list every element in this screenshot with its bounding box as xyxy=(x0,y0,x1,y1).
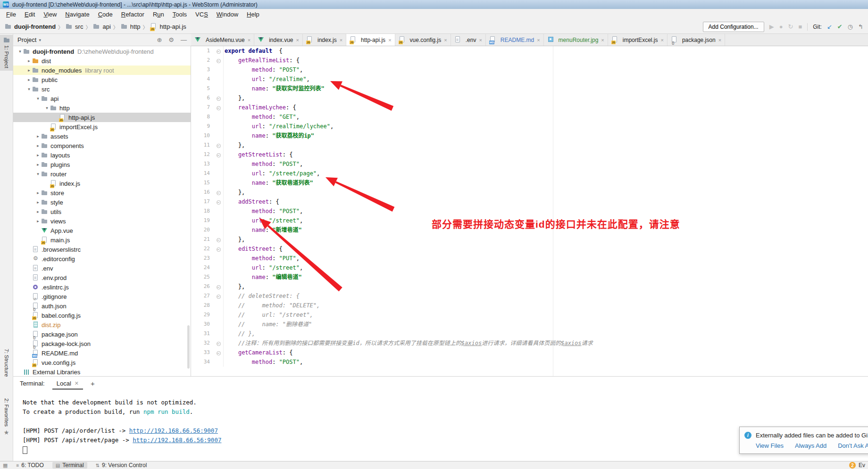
code-editor[interactable]: 1−export default {2− getRealTimeList: {3… xyxy=(191,46,868,376)
fold-marker-icon[interactable]: − xyxy=(217,106,221,110)
chevron-right-icon[interactable]: ▸ xyxy=(35,190,41,195)
breadcrumb-item-duoji-frontend[interactable]: duoji-frontend xyxy=(5,23,56,30)
chevron-down-icon[interactable]: ▾ xyxy=(44,106,50,110)
fold-marker-icon[interactable]: − xyxy=(217,285,221,289)
menu-window[interactable]: Window xyxy=(212,10,242,19)
breadcrumb-item-http-api.js[interactable]: http-api.js xyxy=(150,23,186,30)
tree-item-plugins[interactable]: ▸plugins xyxy=(13,160,191,169)
menu-file[interactable]: File xyxy=(2,10,20,19)
tree-item-App.vue[interactable]: App.vue xyxy=(13,226,191,235)
tree-item-dist[interactable]: ▸dist xyxy=(13,56,191,66)
hide-icon[interactable]: — xyxy=(181,36,187,43)
tree-item-http[interactable]: ▾http xyxy=(13,103,191,113)
chevron-down-icon[interactable]: ▾ xyxy=(35,172,41,176)
menu-code[interactable]: Code xyxy=(94,10,117,19)
tree-item-assets[interactable]: ▸assets xyxy=(13,132,191,141)
fold-marker-icon[interactable]: − xyxy=(217,295,221,299)
chevron-right-icon[interactable]: ▸ xyxy=(35,200,41,205)
close-icon[interactable]: × xyxy=(660,37,663,43)
tab-menuRouter.jpg[interactable]: menuRouter.jpg× xyxy=(544,34,608,46)
menu-edit[interactable]: Edit xyxy=(20,10,39,19)
chevron-right-icon[interactable]: ▸ xyxy=(35,134,41,139)
tree-item-External Libraries[interactable]: External Libraries xyxy=(13,367,191,376)
status-6-todo[interactable]: ≡6: TODO xyxy=(16,462,43,469)
sidebar-item-favorites[interactable]: 2: Favorites ★ xyxy=(0,396,13,438)
tree-item-node_modules[interactable]: ▸node_moduleslibrary root xyxy=(13,66,191,75)
chevron-right-icon[interactable]: ▸ xyxy=(26,58,32,63)
tree-item-index.js[interactable]: index.js xyxy=(13,179,191,188)
git-commit-icon[interactable]: ✔ xyxy=(837,23,843,30)
stop-icon[interactable]: ■ xyxy=(798,23,802,30)
tree-item-babel.config.js[interactable]: babel.config.js xyxy=(13,311,191,320)
tree-item-src[interactable]: ▾src xyxy=(13,84,191,94)
notification-action-always-add[interactable]: Always Add xyxy=(795,442,826,449)
tree-item-.editorconfig[interactable]: .editorconfig xyxy=(13,254,191,263)
breadcrumb-item-src[interactable]: src xyxy=(66,23,83,30)
tree-item-duoji-frontend[interactable]: ▾duoji-frontendD:\zheheWeb\duoji-fronten… xyxy=(13,47,191,56)
tree-item-views[interactable]: ▸views xyxy=(13,216,191,226)
chevron-right-icon[interactable]: ▸ xyxy=(35,209,41,214)
chevron-right-icon[interactable]: ▸ xyxy=(35,162,41,167)
chevron-right-icon[interactable]: ▸ xyxy=(35,219,41,223)
new-terminal-button[interactable]: + xyxy=(91,379,95,387)
add-configuration-button[interactable]: Add Configuration... xyxy=(703,22,764,32)
close-icon[interactable]: × xyxy=(388,37,391,43)
fold-marker-icon[interactable]: − xyxy=(217,191,221,195)
close-icon[interactable]: × xyxy=(296,37,299,43)
tab-importExcel.js[interactable]: importExcel.js× xyxy=(608,34,668,46)
status-terminal[interactable]: ▤Terminal xyxy=(52,462,87,469)
tree-item-README.md[interactable]: README.md xyxy=(13,348,191,358)
tab-http-api.js[interactable]: http-api.js× xyxy=(346,34,395,46)
menu-refactor[interactable]: Refactor xyxy=(117,10,149,19)
close-icon[interactable]: × xyxy=(537,37,540,43)
fold-marker-icon[interactable]: − xyxy=(217,97,221,101)
menu-view[interactable]: View xyxy=(39,10,61,19)
close-icon[interactable]: × xyxy=(479,37,482,43)
menu-navigate[interactable]: Navigate xyxy=(61,10,93,19)
tree-item-store[interactable]: ▸store xyxy=(13,188,191,197)
fold-marker-icon[interactable]: − xyxy=(217,49,221,54)
tree-item-components[interactable]: ▸components xyxy=(13,141,191,150)
fold-marker-icon[interactable]: − xyxy=(217,342,221,346)
tab-index.js[interactable]: index.js× xyxy=(303,34,346,46)
terminal-tab-local[interactable]: Local ✕ xyxy=(52,378,83,390)
tab-index.vue[interactable]: index.vue× xyxy=(254,34,303,46)
tree-item-.eslintrc.js[interactable]: .eslintrc.js xyxy=(13,282,191,292)
tree-item-.env.prod[interactable]: .env.prod xyxy=(13,273,191,282)
git-history-icon[interactable]: ◷ xyxy=(848,23,853,30)
run-icon[interactable]: ▶ xyxy=(769,23,774,30)
tree-item-api[interactable]: ▾api xyxy=(13,94,191,103)
fold-marker-icon[interactable]: − xyxy=(217,144,221,148)
fold-marker-icon[interactable]: − xyxy=(217,200,221,205)
breadcrumb-item-http[interactable]: http xyxy=(121,23,141,30)
tree-item-package.json[interactable]: package.json xyxy=(13,329,191,339)
tree-item-package-lock.json[interactable]: package-lock.json xyxy=(13,339,191,348)
git-revert-icon[interactable]: ↰ xyxy=(858,23,863,30)
project-panel-title[interactable]: Project xyxy=(17,36,36,43)
close-icon[interactable]: ✕ xyxy=(75,380,79,387)
locate-icon[interactable]: ⊕ xyxy=(157,36,162,43)
terminal-link[interactable]: http://192.168.66.56:9007 xyxy=(133,436,221,444)
debug-icon[interactable]: ● xyxy=(779,23,783,30)
tab-package.json[interactable]: package.json× xyxy=(668,34,725,46)
status-9-version-control[interactable]: ⇅9: Version Control xyxy=(96,462,147,469)
event-log-area[interactable]: 2 Ev xyxy=(849,462,865,469)
tab-AsideMenu.vue[interactable]: AsideMenu.vue× xyxy=(191,34,254,46)
close-icon[interactable]: × xyxy=(444,37,447,43)
tree-item-auth.json[interactable]: auth.json xyxy=(13,301,191,311)
menu-run[interactable]: Run xyxy=(149,10,168,19)
tab-vue.config.js[interactable]: vue.config.js× xyxy=(395,34,451,46)
notification-action-view-files[interactable]: View Files xyxy=(756,442,784,449)
tree-item-layouts[interactable]: ▸layouts xyxy=(13,150,191,160)
menu-tools[interactable]: Tools xyxy=(168,10,191,19)
close-icon[interactable]: × xyxy=(601,37,604,43)
fold-marker-icon[interactable]: − xyxy=(217,153,221,157)
tree-item-main.js[interactable]: main.js xyxy=(13,235,191,245)
fold-marker-icon[interactable]: − xyxy=(217,247,221,252)
sidebar-item-project[interactable]: 1: Project xyxy=(0,35,13,71)
fold-marker-icon[interactable]: − xyxy=(217,351,221,355)
fold-marker-icon[interactable]: − xyxy=(217,59,221,63)
sidebar-item-structure[interactable]: 7: Structure xyxy=(0,346,13,379)
terminal-link[interactable]: http://192.168.66.56:9007 xyxy=(129,427,218,434)
chevron-right-icon[interactable]: ▸ xyxy=(26,68,32,73)
